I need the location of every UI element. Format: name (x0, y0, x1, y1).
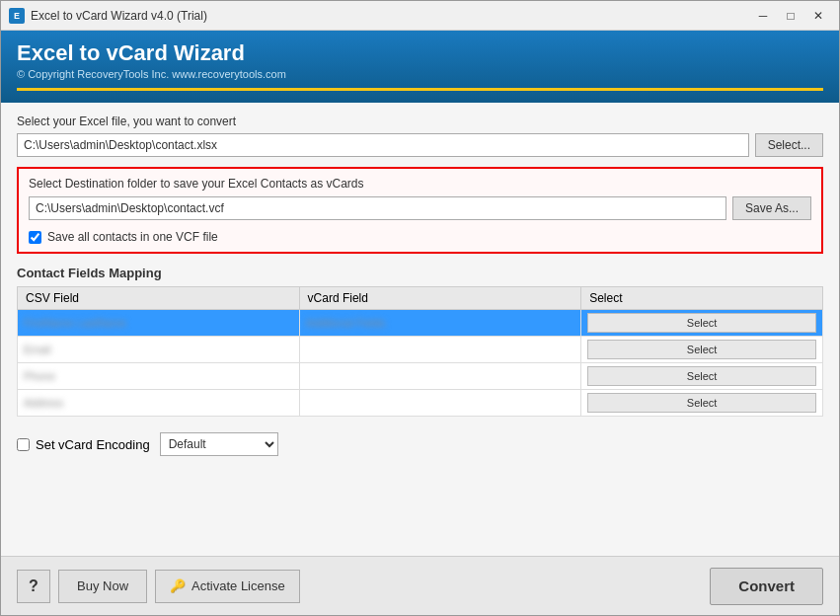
buy-now-button[interactable]: Buy Now (58, 570, 147, 603)
select-cell: Select (581, 310, 823, 337)
save-one-vcf-label: Save all contacts in one VCF file (47, 230, 218, 244)
encoding-checkbox[interactable] (17, 438, 30, 451)
field-select-button[interactable]: Select (587, 366, 816, 386)
title-bar-text: Excel to vCard Wizard v4.0 (Trial) (31, 9, 207, 23)
activate-label: Activate License (191, 578, 285, 593)
mapping-title: Contact Fields Mapping (17, 266, 823, 280)
destination-input[interactable] (29, 196, 726, 220)
header-title: Excel to vCard Wizard (17, 40, 823, 66)
footer: ? Buy Now 🔑 Activate License Convert (1, 556, 839, 615)
col-header-select: Select (581, 287, 823, 310)
vcard-field-cell (299, 390, 581, 417)
select-cell: Select (581, 363, 823, 390)
main-content: Select your Excel file, you want to conv… (1, 103, 839, 615)
header-banner: Excel to vCard Wizard © Copyright Recove… (1, 31, 839, 103)
mapping-table-header: CSV Field vCard Field Select (18, 287, 823, 310)
csv-field-cell: Address (18, 390, 300, 417)
title-bar: E Excel to vCard Wizard v4.0 (Trial) ─ □… (1, 1, 839, 31)
csv-field-cell: FirstName LastName (18, 310, 300, 337)
mapping-section: Contact Fields Mapping CSV Field vCard F… (17, 266, 823, 417)
minimize-button[interactable]: ─ (750, 6, 776, 26)
csv-field-cell: Phone (18, 363, 300, 390)
field-select-button[interactable]: Select (587, 313, 816, 333)
app-icon: E (9, 8, 25, 24)
col-header-vcard: vCard Field (299, 287, 581, 310)
field-select-button[interactable]: Select (587, 340, 816, 359)
vcard-field-cell: Additional Fields (299, 310, 581, 337)
table-row: Phone Select (18, 363, 823, 390)
activate-button[interactable]: 🔑 Activate License (155, 570, 300, 603)
excel-select-button[interactable]: Select... (755, 133, 823, 157)
select-cell: Select (581, 337, 823, 363)
maximize-button[interactable]: □ (778, 6, 803, 26)
help-button[interactable]: ? (17, 570, 50, 603)
save-vcf-row: Save all contacts in one VCF file (29, 230, 811, 244)
excel-file-label: Select your Excel file, you want to conv… (17, 115, 823, 128)
destination-label: Select Destination folder to save your E… (29, 177, 811, 191)
excel-file-input[interactable] (17, 133, 749, 157)
close-button[interactable]: ✕ (805, 6, 831, 26)
col-header-csv: CSV Field (18, 287, 300, 310)
header-accent-line (17, 88, 823, 91)
encoding-label: Set vCard Encoding (36, 437, 150, 452)
field-select-button[interactable]: Select (587, 393, 816, 413)
excel-file-row: Select... (17, 133, 823, 157)
convert-button[interactable]: Convert (710, 568, 823, 605)
vcard-field-cell (299, 337, 581, 363)
destination-box: Select Destination folder to save your E… (17, 167, 823, 254)
encoding-select[interactable]: Default (160, 432, 278, 456)
vcard-field-cell (299, 363, 581, 390)
encoding-row: Set vCard Encoding Default (17, 432, 823, 456)
save-one-vcf-checkbox[interactable] (29, 231, 41, 244)
header-subtitle: © Copyright RecoveryTools Inc. www.recov… (17, 68, 823, 80)
select-cell: Select (581, 390, 823, 417)
table-row: Address Select (18, 390, 823, 417)
table-row: FirstName LastName Additional Fields Sel… (18, 310, 823, 337)
title-bar-left: E Excel to vCard Wizard v4.0 (Trial) (9, 8, 207, 24)
save-as-button[interactable]: Save As... (732, 196, 811, 220)
destination-row: Save As... (29, 196, 811, 220)
mapping-table: CSV Field vCard Field Select FirstName L… (17, 286, 823, 417)
title-bar-controls: ─ □ ✕ (750, 6, 831, 26)
footer-left: ? Buy Now 🔑 Activate License (17, 570, 300, 603)
app-window: E Excel to vCard Wizard v4.0 (Trial) ─ □… (0, 0, 840, 616)
key-icon: 🔑 (170, 578, 186, 593)
csv-field-cell: Email (18, 337, 300, 363)
table-row: Email Select (18, 337, 823, 363)
encoding-checkbox-wrapper: Set vCard Encoding (17, 437, 150, 452)
